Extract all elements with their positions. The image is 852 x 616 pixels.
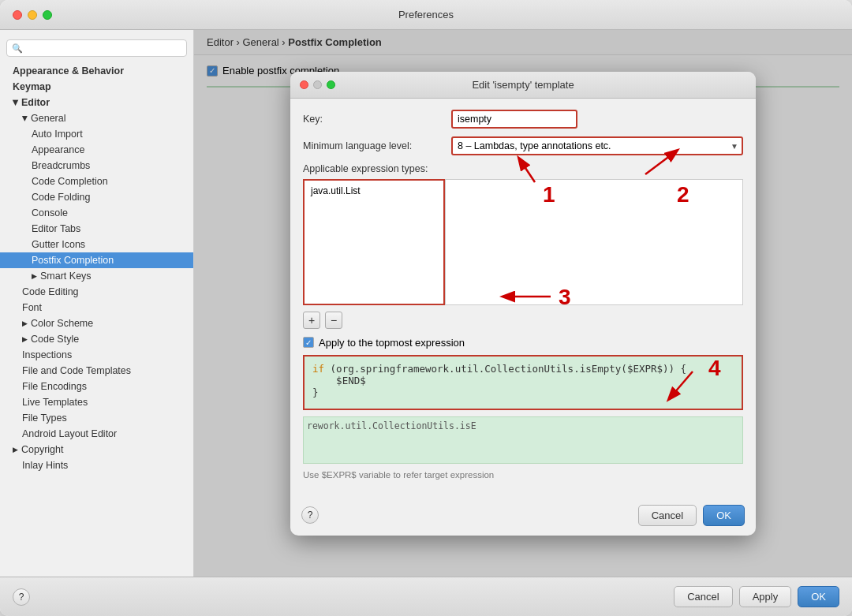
sidebar-item-label: Code Style [31,334,79,345]
modal-max-button[interactable] [327,80,335,89]
min-language-select-wrapper: 8 – Lambdas, type annotations etc. ▼ [451,136,743,155]
title-bar: Preferences [0,0,852,30]
sidebar-item-label: Inspections [22,349,72,360]
code-content-1: (org.springframework.util.CollectionUtil… [331,363,687,375]
expr-buttons: + − [303,312,743,329]
help-label: ? [19,592,24,603]
search-icon: 🔍 [12,43,23,54]
sidebar-item-label: Breadcrumbs [32,160,90,171]
sidebar-item-breadcrumbs[interactable]: Breadcrumbs [0,158,193,174]
modal-close-button[interactable] [300,80,308,89]
green-content-area: rework.util.CollectionUtils.isE [303,416,743,464]
sidebar-item-label: Code Editing [22,286,79,297]
modal-body: Key: Minimum language level: 8 – Lambdas… [290,99,756,498]
sidebar-item-label: Smart Keys [40,271,92,282]
sidebar-item-postfix-completion[interactable]: Postfix Completion [0,252,193,268]
sidebar-item-code-editing[interactable]: Code Editing [0,284,193,300]
ok-button[interactable]: OK [798,586,839,607]
sidebar-item-label: Auto Import [32,129,83,140]
main-panel: Editor › General › Postfix Completion ✓ … [194,30,852,577]
green-content-text: rework.util.CollectionUtils.isE [307,420,476,431]
sidebar-item-editor[interactable]: ▶ Editor [0,95,193,110]
sidebar-item-inspections[interactable]: Inspections [0,347,193,363]
bottom-bar: ? Cancel Apply OK [0,577,852,616]
apply-topmost-row: ✓ Apply to the topmost expression [303,337,743,349]
sidebar-item-label: Live Templates [22,397,88,408]
sidebar-item-label: File Encodings [22,381,87,392]
editor-triangle: ▶ [12,100,20,106]
min-language-select[interactable]: 8 – Lambdas, type annotations etc. [451,136,743,155]
key-label: Key: [303,114,445,125]
code-content-2: $END$ [312,375,366,386]
sidebar-item-label: Console [32,207,68,218]
sidebar-item-label: Keymap [13,81,51,92]
expr-template-area [445,179,743,305]
sidebar-item-font[interactable]: Font [0,300,193,315]
key-input[interactable] [451,110,577,129]
sidebar-item-code-style[interactable]: ▶ Code Style [0,331,193,347]
modal-min-button[interactable] [313,80,322,89]
sidebar-item-keymap[interactable]: Keymap [0,79,193,95]
sidebar-item-label: General [31,113,65,124]
add-expr-button[interactable]: + [303,312,320,329]
sidebar-item-android-layout-editor[interactable]: Android Layout Editor [0,426,193,442]
search-box[interactable]: 🔍 [6,39,187,57]
sidebar-item-code-completion[interactable]: Code Completion [0,174,193,189]
code-line-3: } [312,386,734,398]
close-button[interactable] [13,10,22,20]
modal-ok-button[interactable]: OK [703,505,745,526]
traffic-lights [13,10,52,20]
apply-topmost-label: Apply to the topmost expression [319,337,465,349]
search-input[interactable] [26,43,181,54]
expr-list[interactable]: java.util.List [303,179,445,305]
sidebar-item-file-code-templates[interactable]: File and Code Templates [0,363,193,379]
sidebar-item-label: Appearance & Behavior [13,65,124,77]
sidebar-item-label: Color Scheme [31,318,93,329]
apply-topmost-checkbox[interactable]: ✓ [303,337,314,348]
sidebar-item-editor-tabs[interactable]: Editor Tabs [0,221,193,237]
code-template-box[interactable]: if (org.springframework.util.CollectionU… [303,355,743,410]
sidebar-item-live-templates[interactable]: Live Templates [0,394,193,410]
sidebar-item-auto-import[interactable]: Auto Import [0,126,193,142]
sidebar-item-copyright[interactable]: ▶ Copyright [0,442,193,457]
sidebar-item-console[interactable]: Console [0,205,193,221]
sidebar-item-label: Editor Tabs [32,223,80,234]
applicable-label: Applicable expression types: [303,163,743,174]
sidebar-item-label: Inlay Hints [22,460,68,471]
expr-types-area: java.util.List [303,179,743,305]
expr-list-item[interactable]: java.util.List [308,184,440,198]
sidebar-item-file-encodings[interactable]: File Encodings [0,379,193,394]
sidebar-item-general[interactable]: ▶ General [0,110,193,126]
sidebar-item-appearance-behavior[interactable]: Appearance & Behavior [0,63,193,79]
window-title: Preferences [398,9,454,21]
help-button[interactable]: ? [13,588,30,606]
maximize-button[interactable] [43,10,52,20]
cancel-button[interactable]: Cancel [674,586,732,607]
apply-button[interactable]: Apply [739,586,792,607]
sidebar-item-gutter-icons[interactable]: Gutter Icons [0,237,193,252]
modal-cancel-button[interactable]: Cancel [638,505,697,526]
remove-expr-button[interactable]: − [325,312,342,329]
sidebar: 🔍 Appearance & Behavior Keymap ▶ Editor … [0,30,194,577]
code-line-2: $END$ [312,375,734,386]
main-window: Preferences 🔍 Appearance & Behavior Keym… [0,0,852,616]
sidebar-item-inlay-hints[interactable]: Inlay Hints [0,457,193,473]
copyright-triangle: ▶ [13,446,18,454]
modal-dialog: Edit 'isempty' template Key: Minimum lan… [290,72,756,536]
sidebar-item-appearance[interactable]: Appearance [0,142,193,158]
color-scheme-triangle: ▶ [22,319,28,327]
sidebar-item-label: Font [22,302,42,313]
sidebar-item-label: File and Code Templates [22,365,131,376]
modal-footer: ? Cancel OK [290,498,756,536]
modal-help-button[interactable]: ? [301,506,319,524]
smart-keys-triangle: ▶ [32,272,37,280]
sidebar-item-code-folding[interactable]: Code Folding [0,189,193,205]
hint-text: Use $EXPR$ variable to refer target expr… [303,470,743,480]
sidebar-item-color-scheme[interactable]: ▶ Color Scheme [0,315,193,331]
minimize-button[interactable] [28,10,37,20]
code-content-3: } [312,386,319,398]
sidebar-item-label: Copyright [21,444,64,455]
sidebar-item-file-types[interactable]: File Types [0,410,193,426]
modal-overlay: Edit 'isempty' template Key: Minimum lan… [194,30,852,577]
sidebar-item-smart-keys[interactable]: ▶ Smart Keys [0,268,193,284]
